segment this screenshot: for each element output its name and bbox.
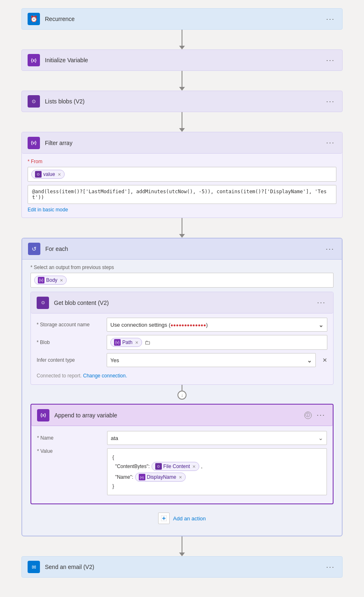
foreach-title: For each xyxy=(45,246,324,252)
filter-array-header: {v} Filter array ··· xyxy=(22,132,342,154)
select-output-label: * Select an output from previous steps xyxy=(30,265,334,270)
recurrence-title: Recurrence xyxy=(45,16,324,22)
infer-label: Infer content type xyxy=(37,357,103,363)
output-input[interactable]: {v} Body ✕ xyxy=(30,273,334,288)
append-value-label: * Value xyxy=(37,448,103,454)
append-name-input[interactable]: ata ⌄ xyxy=(107,431,327,445)
init-variable-title: Initialize Variable xyxy=(45,57,324,63)
get-blob-icon: ⊙ xyxy=(37,297,49,309)
value-line-4: } xyxy=(112,483,322,489)
append-info-icon[interactable]: ⓘ xyxy=(304,412,312,419)
file-content-close[interactable]: ✕ xyxy=(192,464,196,469)
value-line-2: "ContentBytes": ⊙ File Content ✕ , xyxy=(112,462,322,471)
append-name-value: ata xyxy=(111,435,118,441)
inner-connector xyxy=(30,385,334,400)
formula-box[interactable]: @and(less(item()?['LastModified'], addMi… xyxy=(28,185,336,204)
connector-arrow xyxy=(179,128,185,132)
recurrence-header: ⏰ Recurrence ··· xyxy=(21,8,343,30)
path-token-close[interactable]: ✕ xyxy=(135,340,138,345)
add-action-label: Add an action xyxy=(173,515,206,522)
path-token-text: Path xyxy=(122,339,133,345)
connected-text: Connected to report. Change connection. xyxy=(37,370,327,380)
change-connection-link[interactable]: Change connection. xyxy=(83,373,127,379)
add-action-icon xyxy=(158,513,170,524)
path-token: {v} Path ✕ xyxy=(110,338,142,347)
recurrence-icon: ⏰ xyxy=(28,13,40,25)
add-action-container: Add an action xyxy=(30,504,334,529)
foreach-icon: ↺ xyxy=(28,243,40,255)
output-token-close[interactable]: ✕ xyxy=(60,278,63,283)
append-value-box[interactable]: { "ContentBytes": ⊙ File Content ✕ , xyxy=(107,448,327,495)
output-token-icon: {v} xyxy=(38,277,44,283)
connector-1 xyxy=(179,30,185,49)
get-blob-header: ⊙ Get blob content (V2) ··· xyxy=(31,292,333,314)
file-browse-icon[interactable]: 🗀 xyxy=(145,339,150,346)
send-email-menu[interactable]: ··· xyxy=(324,563,336,571)
infer-dropdown-arrow: ⌄ xyxy=(307,357,312,363)
display-name-close[interactable]: ✕ xyxy=(179,475,182,480)
append-icon: {x} xyxy=(37,409,49,421)
append-step: {x} Append to array variable ⓘ ··· * Nam… xyxy=(30,404,334,504)
connector-line xyxy=(182,536,182,553)
connector-line xyxy=(182,218,182,234)
infer-row: Infer content type Yes ⌄ ✕ xyxy=(37,353,327,367)
file-content-token: ⊙ File Content ✕ xyxy=(152,462,200,471)
blob-label: * Blob xyxy=(37,339,103,345)
send-email-step: ✉ Send an email (V2) ··· xyxy=(21,556,343,578)
value-line-1: { xyxy=(112,454,322,460)
filter-array-icon: {v} xyxy=(28,137,40,149)
blob-input[interactable]: {v} Path ✕ 🗀 xyxy=(107,335,327,350)
connector-5 xyxy=(179,536,185,556)
edit-basic-link[interactable]: Edit in basic mode xyxy=(28,207,68,213)
append-body: * Name ata ⌄ * Value { xyxy=(31,426,333,503)
path-token-icon: {v} xyxy=(114,339,121,346)
display-name-icon: {v} xyxy=(139,474,145,480)
get-blob-body: * Storage account name Use connection se… xyxy=(31,314,333,384)
from-token-icon: ⊙ xyxy=(35,171,42,178)
flow-container: ⏰ Recurrence ··· {x} Initialize Variable… xyxy=(0,0,364,586)
infer-input[interactable]: Yes ⌄ xyxy=(107,353,316,367)
send-email-header: ✉ Send an email (V2) ··· xyxy=(21,556,343,578)
filter-array-menu[interactable]: ··· xyxy=(324,138,336,147)
from-input[interactable]: ⊙ value ✕ xyxy=(28,167,336,182)
connector-arrow xyxy=(179,46,185,49)
recurrence-menu[interactable]: ··· xyxy=(324,15,336,23)
connector-line xyxy=(182,112,182,128)
storage-row: * Storage account name Use connection se… xyxy=(37,318,327,332)
output-token: {v} Body ✕ xyxy=(34,276,67,285)
send-email-icon: ✉ xyxy=(28,561,40,573)
foreach-menu[interactable]: ··· xyxy=(324,245,336,253)
init-variable-step: {x} Initialize Variable ··· xyxy=(21,49,343,71)
from-label: * From xyxy=(28,159,336,164)
recurrence-step: ⏰ Recurrence ··· xyxy=(21,8,343,30)
connector-line xyxy=(182,30,182,46)
lists-blobs-header: ⊙ Lists blobs (V2) ··· xyxy=(21,91,343,112)
get-blob-menu[interactable]: ··· xyxy=(315,298,327,307)
lists-blobs-menu[interactable]: ··· xyxy=(324,97,336,106)
foreach-step: ↺ For each ··· * Select an output from p… xyxy=(21,238,343,536)
connector-line xyxy=(182,71,182,87)
init-variable-header: {x} Initialize Variable ··· xyxy=(21,49,343,71)
add-action-button[interactable]: Add an action xyxy=(152,509,212,527)
from-value-token: ⊙ value ✕ xyxy=(31,170,65,179)
from-token-text: value xyxy=(43,171,55,177)
init-variable-menu[interactable]: ··· xyxy=(324,56,336,65)
lists-blobs-step: ⊙ Lists blobs (V2) ··· xyxy=(21,91,343,112)
connector-arrow xyxy=(179,87,185,91)
storage-input[interactable]: Use connection settings (●●●●●●●●●●●●●) … xyxy=(107,318,327,332)
infer-value: Yes xyxy=(110,357,119,363)
from-token-close[interactable]: ✕ xyxy=(58,172,61,177)
append-menu[interactable]: ··· xyxy=(315,411,327,419)
send-email-title: Send an email (V2) xyxy=(45,564,324,570)
name-dropdown-arrow: ⌄ xyxy=(318,435,323,441)
init-variable-icon: {x} xyxy=(28,54,40,66)
filter-array-step: {v} Filter array ··· * From ⊙ value ✕ @a… xyxy=(21,132,343,218)
connector-2 xyxy=(179,71,185,91)
get-blob-step: ⊙ Get blob content (V2) ··· * Storage ac… xyxy=(30,292,334,385)
inner-connector-line xyxy=(182,385,182,391)
connector-4 xyxy=(179,218,185,238)
infer-clear-icon[interactable]: ✕ xyxy=(322,357,327,363)
append-name-label: * Name xyxy=(37,435,103,441)
output-token-text: Body xyxy=(46,277,57,283)
blob-row: * Blob {v} Path ✕ 🗀 xyxy=(37,335,327,350)
